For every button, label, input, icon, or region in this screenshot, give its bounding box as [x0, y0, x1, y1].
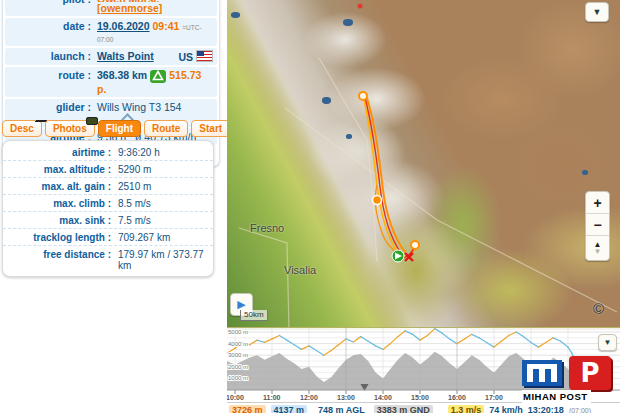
altitude-line-segment [501, 335, 508, 341]
start-time: 09:41 [152, 20, 179, 32]
pilot-label: pilot : [9, 0, 97, 5]
launch-label: launch : [9, 50, 97, 62]
cursor-clock-tz: (07:00) [569, 407, 591, 413]
altitude-line-segment [287, 340, 294, 345]
layers-dropdown-button[interactable]: ▼ [585, 2, 609, 22]
mihan-post-p-icon: P [569, 356, 611, 390]
ground-elevation-chip: 3383 m GND [374, 405, 433, 413]
pilot-username-link[interactable]: [owenmorse] [97, 2, 162, 14]
altitude-line-segment [294, 345, 301, 350]
detail-row-max-altitude: max. altitude :5290 m [3, 160, 213, 177]
altitude-line-segment [257, 340, 264, 342]
map-pin-dot [358, 4, 363, 9]
route-row: route : 368.38 km515.73 p. [5, 67, 217, 97]
altitude-line-segment [494, 341, 501, 347]
x-tick-label: 12:00 [300, 394, 318, 401]
glider-label: glider : [9, 101, 97, 113]
altitude-line-segment [376, 346, 383, 349]
altitude-line-segment [383, 344, 390, 350]
turnpoint-marker[interactable] [411, 241, 419, 249]
climb-rate-chip: 1.3 m/s [448, 405, 485, 413]
altitude-line-segment [302, 346, 309, 349]
altitude-line-segment [516, 332, 523, 337]
altitude-line-segment [309, 346, 316, 351]
us-flag-icon [196, 50, 213, 62]
route-type-icon [150, 70, 166, 83]
flight-details-card: airtime :9:36:20 h max. altitude :5290 m… [2, 140, 214, 277]
attribution-button[interactable]: © [593, 300, 604, 317]
mihan-post-text: MIHAN POST [522, 390, 591, 403]
mihan-post-watermark: P MIHAN POST [522, 360, 619, 403]
launch-altitude-chip: 3726 m [229, 405, 266, 413]
altitude-line-segment [450, 339, 457, 344]
pan-button[interactable]: ▲▼ [586, 235, 609, 260]
launch-country: US [178, 50, 213, 63]
altitude-line-segment [361, 337, 368, 342]
altitude-line-segment [324, 351, 331, 356]
detail-row-max-climb: max. climb :8.5 m/s [3, 194, 213, 211]
x-tick-label: 11:00 [263, 394, 281, 401]
turnpoint-marker[interactable] [373, 196, 382, 205]
y-tick-label: 2000 m [228, 364, 248, 370]
date-row: date : 19.06.2020 09:41 =UTC-07:00 [5, 18, 217, 46]
detail-row-airtime: airtime :9:36:20 h [3, 144, 213, 160]
x-tick-label: 14:00 [374, 394, 392, 401]
tab-flight[interactable]: Flight [98, 120, 141, 137]
date-link[interactable]: 19.06.2020 [97, 20, 150, 32]
altitude-line-segment [413, 334, 420, 340]
detail-row-tracklog-length: tracklog length :709.267 km [3, 228, 213, 245]
flight-map[interactable]: Fresno Visalia ▼ + − ▲▼ ▶ 50km © [227, 0, 620, 330]
altitude-line-segment [272, 335, 279, 338]
start-marker[interactable] [392, 250, 404, 262]
y-tick-label: 1000 m [228, 375, 248, 381]
ground-speed: 74 km/h [489, 405, 523, 413]
tab-photos[interactable]: Photos [45, 120, 95, 137]
y-tick-label: 5000 m [228, 329, 248, 335]
roads-layer [239, 58, 617, 330]
altitude-line-segment [479, 338, 486, 343]
turnpoint-marker[interactable] [359, 92, 367, 100]
altitude-line-segment [316, 351, 323, 356]
x-tick-label: 10:00 [227, 394, 244, 401]
altitude-line-segment [250, 340, 257, 345]
altitude-line-segment [487, 342, 494, 347]
route-distance: 368.38 km [97, 69, 147, 81]
zoom-in-button[interactable]: + [586, 192, 609, 213]
current-altitude-chip: 4137 m [271, 405, 308, 413]
tab-start[interactable]: Start [191, 120, 230, 137]
altitude-line-segment [472, 334, 479, 337]
altitude-line-segment [346, 339, 353, 342]
launch-row: launch : Walts Point US [5, 48, 217, 65]
agl-value: 748 m AGL [318, 405, 365, 413]
city-label-visalia: Visalia [284, 264, 316, 276]
x-tick-label: 13:00 [337, 394, 355, 401]
y-tick-label: 4000 m [228, 341, 248, 347]
track-overlay [227, 0, 620, 330]
altitude-line-segment [531, 342, 538, 347]
altitude-line-segment [553, 338, 560, 341]
mihan-post-m-icon [522, 360, 562, 386]
altitude-line-segment [538, 342, 545, 347]
zoom-out-button[interactable]: − [586, 213, 609, 235]
glider-name: Wills Wing T3 154 [97, 101, 181, 113]
detail-row-max-alt-gain: max. alt. gain :2510 m [3, 177, 213, 194]
altitude-line-segment [568, 347, 572, 353]
altitude-line-segment [353, 337, 360, 342]
y-tick-label: 3000 m [228, 352, 248, 358]
tab-route[interactable]: Route [144, 120, 188, 137]
altitude-line-segment [265, 339, 272, 342]
pilot-row: pilot : Owen Morse [owenmorse] [5, 0, 217, 16]
zoom-panel: + − ▲▼ [585, 191, 610, 261]
city-label-fresno: Fresno [250, 222, 284, 234]
altitude-line-segment [405, 331, 412, 334]
date-label: date : [9, 20, 97, 32]
detail-row-max-sink: max. sink :7.5 m/s [3, 211, 213, 228]
x-tick-label: 15:00 [411, 394, 429, 401]
route-label: route : [9, 69, 97, 81]
photos-count-badge [86, 117, 98, 125]
launch-link[interactable]: Walts Point [97, 50, 154, 62]
altitude-line-segment [546, 338, 553, 343]
tab-desc[interactable]: Desc [2, 120, 42, 137]
chart-options-button[interactable]: ▼ [598, 334, 617, 351]
x-tick-label: 16:00 [448, 394, 466, 401]
